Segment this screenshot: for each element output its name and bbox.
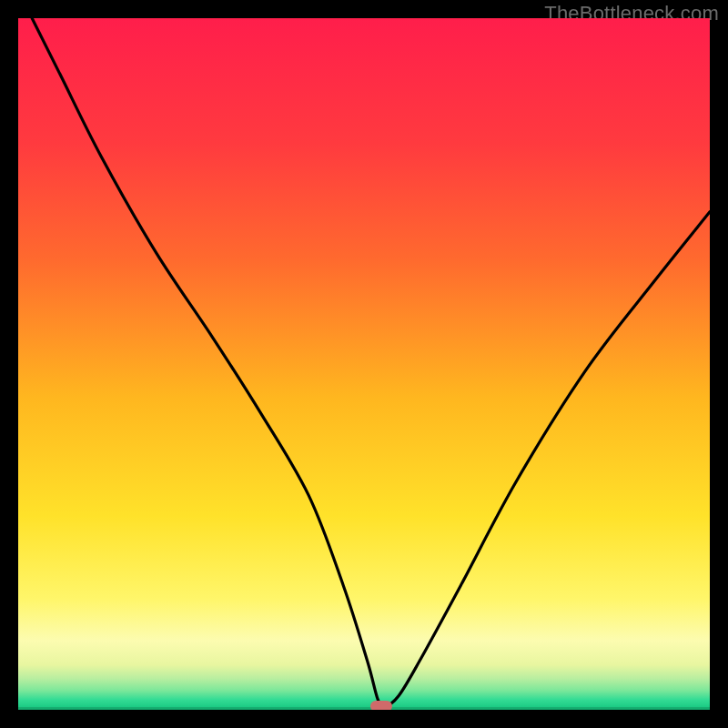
plot-area [18,18,710,710]
gradient-background [18,18,710,710]
baseline [18,707,710,710]
optimal-marker [370,701,392,710]
plot-svg [18,18,710,710]
chart-frame: TheBottleneck.com [0,0,728,728]
